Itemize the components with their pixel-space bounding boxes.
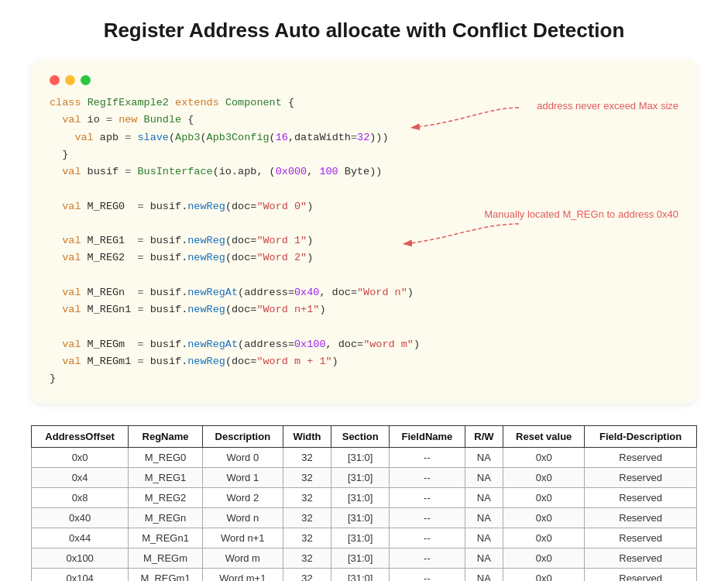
table-row: 0x8M_REG2Word 232[31:0]--NA0x0Reserved [32, 487, 697, 507]
table-header: AddressOffsetRegNameDescriptionWidthSect… [32, 425, 697, 447]
table-col-header: Section [331, 425, 390, 447]
table-cell: [31:0] [331, 528, 390, 548]
table-cell: [31:0] [331, 447, 390, 467]
tl-yellow [65, 75, 75, 85]
table-row: 0x0M_REG0Word 032[31:0]--NA0x0Reserved [32, 447, 697, 467]
table-cell: 0x44 [32, 528, 129, 548]
table-cell: 32 [283, 507, 331, 528]
table-cell: 0x0 [503, 507, 585, 528]
table-cell: -- [390, 568, 465, 581]
table-cell: [31:0] [331, 548, 390, 568]
table-cell: Reserved [585, 528, 697, 548]
table-col-header: Description [202, 425, 283, 447]
table-cell: Word n [202, 507, 283, 528]
table-cell: M_REGm [129, 548, 203, 568]
table-cell: NA [465, 447, 503, 467]
table-col-header: R/W [465, 425, 503, 447]
table-cell: -- [390, 507, 465, 528]
table-cell: Reserved [585, 447, 697, 467]
table-cell: 0x40 [32, 507, 129, 528]
table-cell: Word m+1 [202, 568, 283, 581]
table-col-header: Width [283, 425, 331, 447]
table-cell: 0x0 [503, 528, 585, 548]
table-cell: 32 [283, 568, 331, 581]
annotation-top: address never exceed Max size [537, 100, 678, 112]
traffic-lights [50, 75, 678, 85]
table-cell: 32 [283, 548, 331, 568]
table-row: 0x4M_REG1Word 132[31:0]--NA0x0Reserved [32, 467, 697, 487]
table-cell: NA [465, 467, 503, 487]
table-header-row: AddressOffsetRegNameDescriptionWidthSect… [32, 425, 697, 447]
table-cell: 0x0 [503, 487, 585, 507]
table-cell: 32 [283, 528, 331, 548]
table-cell: 32 [283, 487, 331, 507]
table-col-header: AddressOffset [32, 425, 129, 447]
register-table-wrapper: AddressOffsetRegNameDescriptionWidthSect… [31, 425, 697, 581]
table-cell: -- [390, 548, 465, 568]
table-row: 0x104M_REGm1Word m+132[31:0]--NA0x0Reser… [32, 568, 697, 581]
register-table: AddressOffsetRegNameDescriptionWidthSect… [31, 425, 697, 581]
table-cell: M_REG0 [129, 447, 203, 467]
table-cell: Word 2 [202, 487, 283, 507]
table-cell: Reserved [585, 548, 697, 568]
table-col-header: FieldName [390, 425, 465, 447]
table-cell: M_REGm1 [129, 568, 203, 581]
table-cell: Word 0 [202, 447, 283, 467]
table-cell: 0x4 [32, 467, 129, 487]
code-container: address never exceed Max size Manually l… [31, 60, 697, 404]
table-cell: NA [465, 487, 503, 507]
table-col-header: Reset value [503, 425, 585, 447]
table-cell: 32 [283, 467, 331, 487]
table-cell: Reserved [585, 568, 697, 581]
table-cell: Word n+1 [202, 528, 283, 548]
table-cell: NA [465, 507, 503, 528]
table-row: 0x44M_REGn1Word n+132[31:0]--NA0x0Reserv… [32, 528, 697, 548]
table-cell: -- [390, 447, 465, 467]
page-title: Register Address Auto allocate with Conf… [104, 19, 625, 43]
table-cell: M_REG1 [129, 467, 203, 487]
table-cell: 0x100 [32, 548, 129, 568]
table-cell: M_REG2 [129, 487, 203, 507]
table-col-header: Field-Description [585, 425, 697, 447]
table-cell: [31:0] [331, 467, 390, 487]
table-cell: 0x0 [503, 447, 585, 467]
table-cell: Word m [202, 548, 283, 568]
table-cell: 0x8 [32, 487, 129, 507]
table-cell: Reserved [585, 507, 697, 528]
annotation-mid: Manually located M_REGn to address 0x40 [484, 208, 678, 220]
table-cell: -- [390, 487, 465, 507]
table-cell: 32 [283, 447, 331, 467]
table-cell: [31:0] [331, 507, 390, 528]
table-cell: M_REGn1 [129, 528, 203, 548]
table-cell: 0x104 [32, 568, 129, 581]
table-cell: Word 1 [202, 467, 283, 487]
table-cell: NA [465, 548, 503, 568]
table-cell: [31:0] [331, 487, 390, 507]
table-cell: M_REGn [129, 507, 203, 528]
table-cell: 0x0 [32, 447, 129, 467]
table-col-header: RegName [129, 425, 203, 447]
table-cell: NA [465, 528, 503, 548]
table-cell: 0x0 [503, 548, 585, 568]
table-cell: [31:0] [331, 568, 390, 581]
table-cell: 0x0 [503, 568, 585, 581]
table-cell: Reserved [585, 487, 697, 507]
table-body: 0x0M_REG0Word 032[31:0]--NA0x0Reserved0x… [32, 447, 697, 581]
table-row: 0x100M_REGmWord m32[31:0]--NA0x0Reserved [32, 548, 697, 568]
table-cell: Reserved [585, 467, 697, 487]
table-cell: -- [390, 528, 465, 548]
tl-red [50, 75, 60, 85]
table-cell: NA [465, 568, 503, 581]
table-cell: -- [390, 467, 465, 487]
table-row: 0x40M_REGnWord n32[31:0]--NA0x0Reserved [32, 507, 697, 528]
table-cell: 0x0 [503, 467, 585, 487]
tl-green [81, 75, 91, 85]
code-block: class RegIfExample2 extends Component { … [50, 95, 678, 388]
